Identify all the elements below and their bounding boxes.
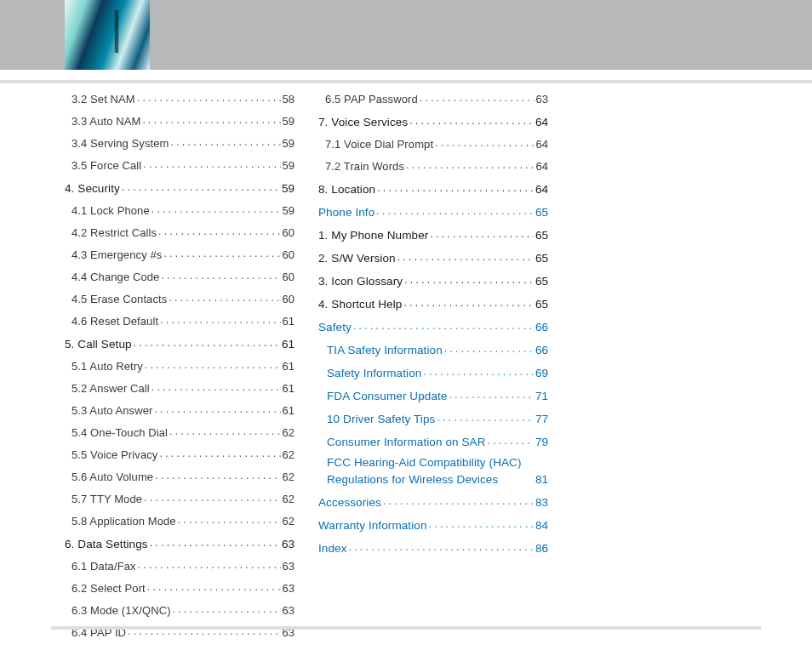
toc-page: 64 — [535, 117, 548, 128]
toc-page: 65 — [535, 230, 548, 242]
toc-entry: 4.4 Change Code60 — [71, 270, 294, 282]
toc-label: 5.3 Auto Answer — [71, 405, 152, 416]
toc-entry[interactable]: Safety66 — [318, 319, 548, 333]
toc-entry[interactable]: Index86 — [318, 540, 548, 554]
toc-leader — [349, 540, 534, 552]
toc-leader — [144, 492, 280, 503]
toc-entry: 4.2 Restrict Calls60 — [71, 225, 294, 238]
toc-label: 4.6 Reset Default — [71, 316, 158, 327]
toc-entry: 5. Call Setup61 — [65, 336, 294, 350]
toc-page: 60 — [283, 294, 294, 305]
toc-leader — [159, 448, 280, 459]
toc-leader — [403, 296, 534, 308]
toc-entry: 5.7 TTY Mode62 — [71, 492, 294, 505]
toc-entry[interactable]: FCC Hearing-Aid Compatibility (HAC) — [327, 457, 548, 469]
toc-leader — [429, 517, 534, 529]
header-photo — [65, 0, 150, 70]
toc-page: 59 — [283, 205, 294, 216]
toc-entry: 5.2 Answer Call61 — [71, 381, 294, 394]
toc-entry: 4.5 Erase Contacts60 — [71, 292, 294, 305]
toc-entry: 3.3 Auto NAM59 — [71, 114, 294, 127]
toc-leader — [376, 204, 534, 216]
toc-entry[interactable]: Accessories83 — [318, 494, 548, 508]
toc-label: 5.2 Answer Call — [71, 383, 150, 394]
toc-leader — [397, 250, 534, 262]
toc-label: 5. Call Setup — [65, 339, 132, 351]
toc-entry: 6.3 Mode (1X/QNC)63 — [71, 603, 294, 616]
toc-leader — [158, 225, 280, 237]
toc-page: 61 — [283, 316, 294, 327]
toc-page: 59 — [283, 160, 294, 171]
toc-page: 63 — [283, 561, 294, 572]
toc-label: 4. Security — [65, 183, 120, 195]
toc-label: 6.3 Mode (1X/QNC) — [71, 605, 171, 616]
toc-page: 77 — [535, 413, 548, 425]
toc-page: 61 — [283, 405, 294, 416]
toc-label: 7. Voice Services — [318, 117, 408, 128]
toc-page: 61 — [283, 361, 294, 372]
toc-label: FDA Consumer Update — [327, 391, 447, 402]
toc-label: Accessories — [318, 497, 381, 509]
toc-entry[interactable]: Regulations for Wireless Devices81 — [327, 474, 548, 486]
toc-label: 3.4 Serving System — [71, 138, 169, 149]
toc-leader — [437, 411, 534, 423]
toc-entry[interactable]: TIA Safety Information66 — [327, 342, 548, 356]
toc-leader — [488, 434, 534, 446]
toc-page: 71 — [535, 391, 548, 402]
toc-leader — [178, 514, 281, 525]
toc-label: 6.1 Data/Fax — [71, 561, 136, 572]
toc-label: Regulations for Wireless Devices — [327, 474, 498, 486]
toc-label: Phone Info — [318, 207, 375, 219]
toc-label: 3.3 Auto NAM — [71, 116, 140, 127]
toc-leader — [430, 227, 534, 239]
toc-entry[interactable]: FDA Consumer Update71 — [327, 388, 548, 402]
toc-label: TIA Safety Information — [327, 345, 443, 356]
toc-page: 86 — [535, 543, 548, 555]
toc-label: 4.1 Lock Phone — [71, 205, 150, 216]
top-rule — [0, 80, 812, 83]
toc-entry[interactable]: Consumer Information on SAR79 — [327, 434, 548, 448]
toc-leader — [122, 180, 280, 192]
toc-entry: 5.6 Auto Volume62 — [71, 470, 294, 482]
toc-page: 69 — [535, 368, 548, 379]
toc-label: 5.6 Auto Volume — [71, 471, 153, 482]
toc-page: 64 — [535, 184, 548, 196]
toc-entry: 4. Shortcut Help65 — [318, 296, 548, 310]
toc-entry: 6. Data Settings63 — [65, 536, 294, 550]
toc-leader — [155, 470, 280, 481]
toc-label: 4.5 Erase Contacts — [71, 294, 167, 305]
toc-label: 5.1 Auto Retry — [71, 361, 143, 372]
toc-page: 65 — [535, 299, 548, 311]
toc-label: 6. Data Settings — [65, 539, 148, 550]
bottom-rule — [51, 626, 761, 630]
toc-leader — [444, 342, 534, 354]
toc-label: 10 Driver Safety Tips — [327, 413, 435, 425]
toc-entry[interactable]: Safety Information69 — [327, 365, 548, 379]
toc-leader — [150, 536, 280, 548]
toc-page: 62 — [283, 449, 294, 460]
toc-page: 59 — [283, 138, 294, 149]
toc-page: 63 — [536, 94, 548, 105]
toc-entry: 7.1 Voice Dial Prompt64 — [325, 137, 548, 150]
toc-page: 61 — [283, 383, 294, 394]
toc-page: 63 — [282, 539, 294, 550]
toc-entry[interactable]: Warranty Information84 — [318, 517, 548, 531]
toc-page: 62 — [283, 471, 294, 482]
toc-leader — [353, 319, 534, 331]
toc-leader — [377, 181, 534, 193]
toc-label: Consumer Information on SAR — [327, 436, 486, 448]
toc-page: 81 — [535, 474, 548, 486]
toc-label: 5.5 Voice Privacy — [71, 449, 157, 460]
toc-label: 8. Location — [318, 184, 375, 196]
toc-page: 65 — [535, 276, 548, 288]
toc-entry: 4.3 Emergency #s60 — [71, 248, 294, 260]
toc-page: 66 — [535, 322, 548, 334]
toc-page: 66 — [535, 345, 548, 356]
toc-entry: 3.2 Set NAM58 — [71, 92, 294, 105]
toc-leader — [169, 292, 280, 303]
toc-leader — [154, 403, 280, 414]
toc-page: 63 — [283, 583, 294, 594]
toc-entry[interactable]: 10 Driver Safety Tips77 — [327, 411, 548, 425]
toc-entry[interactable]: Phone Info65 — [318, 204, 548, 218]
toc-entry: 5.1 Auto Retry61 — [71, 359, 294, 372]
